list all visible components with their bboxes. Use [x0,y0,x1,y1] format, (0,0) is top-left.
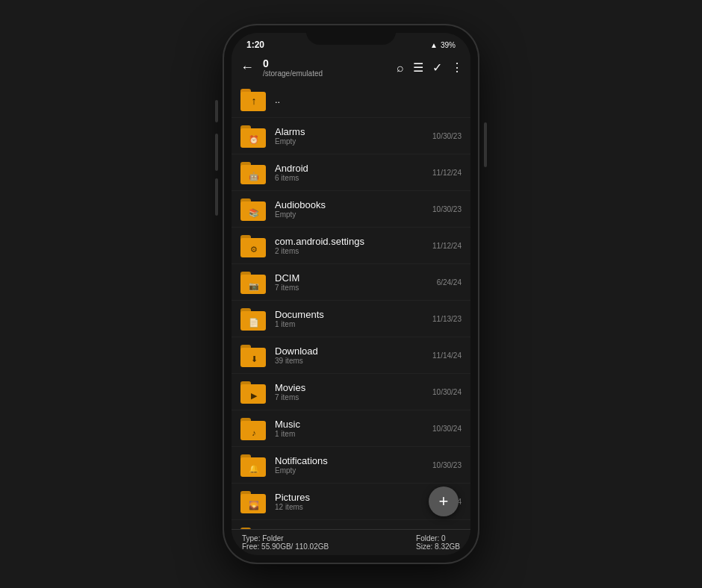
folder-info: com.android.settings 2 items [275,236,432,255]
footer-type: Type: Folder [242,534,329,542]
list-item[interactable]: 🎙 Podcasts Empty 10/30/23 [232,520,470,529]
folder-icon-wrap: ⬇ [240,342,267,369]
folder-date: 11/12/24 [432,169,462,177]
folder-meta: Empty [275,137,432,146]
folder-date: 6/24/24 [437,278,462,287]
folder-name: Audiobooks [275,199,432,210]
list-item[interactable]: ▶ Movies 7 items 10/30/24 [232,374,470,410]
folder-overlay-icon: 📷 [249,281,259,291]
folder-icon-wrap: 📷 [240,269,267,295]
folder-name: com.android.settings [275,236,432,247]
folder-overlay-icon: 📚 [249,208,259,218]
list-item[interactable]: ⬇ Download 39 items 11/14/24 [232,337,470,374]
folder-icon-wrap: ⚙ [240,232,267,259]
folder-name: Notifications [275,455,432,466]
folder-meta: 7 items [275,393,432,401]
folder-icon-wrap: ⏰ [240,122,267,149]
folder-icon-wrap: 🎙 [240,525,267,529]
title-path: /storage/emulated [263,69,392,78]
folder-overlay-icon: ⬇ [251,354,258,364]
more-button[interactable]: ⋮ [450,59,465,76]
folder-date: 10/30/23 [432,461,462,469]
list-item[interactable]: 📷 DCIM 7 items 6/24/24 [232,264,470,301]
status-footer: Type: Folder Free: 55.90GB/ 110.02GB Fol… [232,529,470,555]
check-button[interactable]: ✓ [431,59,444,76]
folder-overlay-icon: 🤖 [249,172,259,181]
folder-icon-wrap: 🔔 [240,451,267,478]
folder-info: DCIM 7 items [275,272,437,292]
folder-date: 10/30/24 [432,425,462,433]
folder-name: Pictures [275,492,437,503]
power-button [484,122,487,167]
folder-overlay-icon: ⚙ [250,245,258,254]
folder-list: ⏰ Alarms Empty 10/30/23 🤖 Android 6 item… [232,118,470,529]
file-list[interactable]: ↑ .. ⏰ Alarms Empty 10/30/23 🤖 [232,81,470,529]
folder-meta: 12 items [275,503,437,511]
folder-overlay-icon: 🔔 [249,464,259,474]
folder-icon-wrap: 🤖 [240,159,267,186]
folder-name: Movies [275,382,432,393]
folder-name: Download [275,345,432,357]
phone-screen: 1:20 ▲ 39% ← 0 /storage/emulated ⌕ ☰ ✓ ⋮ [232,33,470,555]
volume-down-button [215,178,218,216]
status-time: 1:20 [246,40,264,50]
folder-overlay-icon: 📄 [249,318,259,328]
list-button[interactable]: ☰ [411,59,425,76]
parent-dots: .. [275,94,280,105]
folder-icon-wrap: 📄 [240,305,267,332]
folder-overlay-icon: ⏰ [249,135,259,145]
folder-info: Movies 7 items [275,382,432,401]
fab-add-button[interactable]: + [429,487,459,516]
folder-name: Documents [275,309,432,320]
folder-date: 10/30/24 [432,388,462,396]
folder-info: Audiobooks Empty [275,199,432,219]
title-count: 0 [263,57,392,69]
list-item[interactable]: ⏰ Alarms Empty 10/30/23 [232,118,470,154]
toolbar-title: 0 /storage/emulated [260,57,392,78]
folder-name: DCIM [275,272,437,284]
list-item[interactable]: ♪ Music 1 item 10/30/24 [232,410,470,447]
toolbar-actions: ⌕ ☰ ✓ ⋮ [395,59,465,76]
folder-info: Download 39 items [275,345,432,365]
folder-info: Music 1 item [275,419,432,438]
folder-meta: 1 item [275,320,432,328]
list-item[interactable]: 📄 Documents 1 item 11/13/23 [232,301,470,337]
folder-meta: 39 items [275,357,432,365]
phone-notch [306,25,396,45]
folder-name: Android [275,163,432,174]
list-item[interactable]: 🤖 Android 6 items 11/12/24 [232,154,470,191]
folder-date: 10/30/23 [432,132,462,140]
folder-info: Notifications Empty [275,455,432,475]
folder-icon-wrap: ♪ [240,415,267,442]
folder-icon-wrap: 📚 [240,196,267,222]
folder-name: Music [275,419,432,430]
back-button[interactable]: ← [237,57,257,78]
list-item[interactable]: 📚 Audiobooks Empty 10/30/23 [232,191,470,228]
folder-info: Pictures 12 items [275,492,437,511]
silent-button [215,100,218,122]
folder-meta: 2 items [275,247,432,255]
folder-date: 11/12/24 [432,242,462,250]
folder-meta: Empty [275,210,432,219]
folder-icon-wrap: ▶ [240,378,267,405]
status-icons: ▲ 39% [430,41,456,49]
wifi-icon: ▲ [430,41,438,49]
volume-up-button [215,134,218,171]
folder-overlay-icon: 🌄 [249,501,259,510]
search-button[interactable]: ⌕ [395,60,406,76]
list-item[interactable]: ⚙ com.android.settings 2 items 11/12/24 [232,228,470,264]
footer-folder: Folder: 0 [416,534,460,542]
phone-frame: 1:20 ▲ 39% ← 0 /storage/emulated ⌕ ☰ ✓ ⋮ [224,25,478,563]
folder-meta: 7 items [275,284,437,292]
folder-info: Documents 1 item [275,309,432,328]
folder-info: Android 6 items [275,163,432,182]
parent-dir-item[interactable]: ↑ .. [232,81,470,118]
footer-size: Size: 8.32GB [416,542,460,551]
folder-meta: 6 items [275,174,432,182]
folder-meta: Empty [275,466,432,475]
folder-date: 11/13/23 [432,315,462,323]
footer-free: Free: 55.90GB/ 110.02GB [242,542,329,551]
folder-icon-wrap: 🌄 [240,488,267,515]
folder-info: Alarms Empty [275,126,432,146]
list-item[interactable]: 🔔 Notifications Empty 10/30/23 [232,447,470,484]
